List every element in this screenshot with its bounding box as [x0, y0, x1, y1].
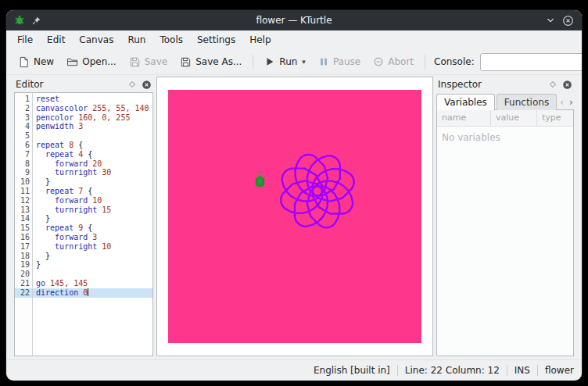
editor-line-number: 11 [15, 187, 32, 196]
editor-line-number: 17 [15, 242, 32, 252]
text-caret [88, 288, 88, 296]
titlebar[interactable]: flower — KTurtle [6, 10, 582, 30]
console-combobox[interactable]: ▾ [480, 53, 582, 71]
menu-settings[interactable]: Settings [190, 32, 242, 48]
editor-code-line: repeat 7 { [33, 187, 152, 196]
titlebar-left [14, 15, 58, 26]
editor-line-number: 5 [15, 131, 32, 141]
editor-code-line [33, 131, 152, 141]
variables-pane: name value type No variables [436, 109, 574, 356]
editor-code-line: direction 0 [33, 288, 152, 298]
statusbar: English [built in] Line: 22 Column: 12 I… [6, 359, 582, 381]
tab-scroll-right-icon[interactable]: › [568, 97, 575, 108]
new-button[interactable]: New [13, 54, 59, 70]
variables-table-body: No variables [437, 127, 573, 356]
column-header-type[interactable]: type [537, 110, 573, 126]
status-language: English [built in] [314, 365, 390, 376]
editor-dock-title: Editor [16, 79, 128, 90]
console-label: Console: [434, 56, 475, 67]
editor-line-number: 21 [15, 279, 32, 288]
menu-canvas[interactable]: Canvas [72, 32, 120, 48]
editor-line-number: 19 [15, 260, 32, 270]
open-button[interactable]: Open... [61, 54, 122, 70]
menu-edit[interactable]: Edit [40, 32, 72, 48]
editor-line-number: 8 [15, 159, 32, 169]
titlebar-right [530, 15, 574, 27]
editor-code-line: turnright 10 [33, 242, 152, 252]
menu-file[interactable]: File [10, 32, 40, 48]
editor-code-line: penwidth 3 [33, 122, 152, 131]
editor-line-number: 6 [15, 141, 32, 150]
menu-help[interactable]: Help [242, 32, 278, 48]
pause-button[interactable]: Pause [313, 54, 366, 70]
editor-code-line: repeat 4 { [33, 150, 152, 159]
editor-dock: Editor 123456789101 [14, 77, 153, 356]
new-document-icon [18, 56, 30, 68]
inspector-dock-title: Inspector [438, 79, 549, 90]
inspector-tabbar: Variables Functions ‹ › [436, 92, 574, 110]
toolbar-separator [425, 55, 425, 69]
editor-line-number: 4 [15, 122, 32, 131]
editor-code[interactable]: resetcanvascolor 255, 55, 140pencolor 16… [33, 93, 152, 356]
menubar: File Edit Canvas Run Tools Settings Help [6, 30, 582, 49]
editor-line-number: 12 [15, 196, 32, 206]
kturtle-window: flower — KTurtle File Edit Canvas Run To… [6, 10, 582, 381]
minimize-icon[interactable] [545, 15, 556, 26]
editor-line-number: 2 [15, 104, 32, 113]
pin-icon[interactable] [31, 16, 41, 26]
dock-float-icon[interactable] [549, 80, 557, 88]
editor-line-number: 1 [15, 95, 32, 104]
run-button[interactable]: Run ▾ [259, 54, 311, 70]
editor-code-line: forward 3 [33, 233, 152, 242]
open-folder-icon [66, 56, 78, 68]
run-button-label: Run [279, 56, 297, 67]
editor-code-line: canvascolor 255, 55, 140 [33, 104, 152, 113]
editor-code-line: reset [33, 95, 152, 104]
pause-button-label: Pause [333, 56, 360, 67]
status-separator [537, 365, 538, 376]
editor-line-number: 13 [15, 206, 32, 215]
save-as-icon [180, 56, 192, 68]
save-as-button[interactable]: Save As... [174, 54, 247, 70]
editor-code-line: repeat 8 { [33, 141, 152, 150]
save-button-label: Save [145, 56, 167, 67]
editor-line-number: 3 [15, 113, 32, 123]
menu-tools[interactable]: Tools [152, 32, 190, 48]
column-header-value[interactable]: value [491, 110, 537, 126]
editor-gutter: 12345678910111213141516171819202122 [15, 93, 33, 356]
tab-scroll-left-icon[interactable]: ‹ [558, 97, 565, 108]
save-icon [129, 56, 141, 68]
dock-close-icon[interactable] [142, 80, 152, 90]
dock-close-icon[interactable] [562, 80, 572, 90]
editor-line-number: 9 [15, 168, 32, 177]
editor-line-number: 22 [15, 288, 32, 298]
turtle-canvas [168, 90, 421, 343]
status-separator [507, 365, 507, 376]
status-cursor-position: Line: 22 Column: 12 [405, 365, 500, 376]
abort-icon [373, 56, 384, 67]
new-button-label: New [34, 56, 54, 67]
canvas-view [156, 77, 433, 356]
status-input-mode: INS [514, 365, 530, 376]
status-document: flower [545, 365, 574, 376]
tab-variables[interactable]: Variables [436, 94, 495, 110]
dock-float-icon[interactable] [128, 80, 136, 88]
save-button[interactable]: Save [124, 54, 173, 70]
window-title: flower — KTurtle [58, 15, 530, 26]
column-header-name[interactable]: name [437, 110, 491, 126]
code-editor[interactable]: 12345678910111213141516171819202122 rese… [14, 92, 153, 356]
editor-code-line: turnright 30 [33, 168, 152, 177]
toolbar-separator [253, 55, 253, 69]
abort-button[interactable]: Abort [368, 54, 419, 70]
close-icon[interactable] [562, 15, 574, 27]
editor-code-line [33, 270, 152, 279]
editor-code-line: } [33, 214, 152, 223]
editor-dock-header: Editor [14, 77, 153, 92]
tab-functions[interactable]: Functions [497, 94, 557, 110]
editor-code-line: pencolor 160, 0, 255 [33, 113, 152, 123]
menu-run[interactable]: Run [120, 32, 152, 48]
run-play-icon [264, 56, 275, 67]
console-input[interactable] [485, 55, 582, 68]
editor-line-number: 15 [15, 223, 32, 233]
run-dropdown-icon[interactable]: ▾ [302, 58, 306, 66]
